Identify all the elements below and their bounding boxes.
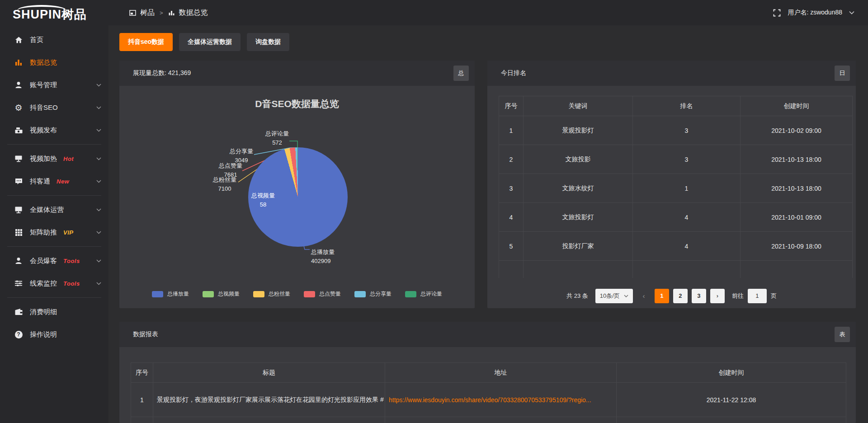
sidebar-item-label: 线索监控: [30, 279, 57, 288]
fullscreen-icon[interactable]: [773, 9, 781, 17]
monitor-icon: [14, 206, 24, 214]
goto-unit: 页: [771, 292, 777, 300]
hot-badge: Hot: [63, 155, 74, 162]
member-icon: [14, 257, 24, 265]
tab-media-operation-data[interactable]: 全媒体运营数据: [179, 33, 241, 51]
chevron-down-icon: [624, 295, 628, 297]
breadcrumb: 树品 > 数据总览: [129, 8, 208, 18]
wallet-icon: [14, 308, 24, 316]
ranking-title: 今日排名: [501, 69, 526, 77]
sidebar-item-member-burst[interactable]: 会员爆客 Tools: [0, 249, 108, 272]
impressions-total-label: 展现量总数: 421,369: [133, 69, 191, 77]
sidebar-item-video-heat[interactable]: 视频加热 Hot: [0, 147, 108, 170]
data-tabs: 抖音seo数据 全媒体运营数据 询盘数据: [119, 33, 856, 51]
pie-label-plays: 总播放量 402909: [311, 248, 361, 266]
sidebar-item-douketong[interactable]: 抖客通 New: [0, 170, 108, 193]
prev-page-button[interactable]: ‹: [637, 289, 651, 303]
sidebar-item-video-publish[interactable]: 视频发布: [0, 119, 108, 141]
tab-inquiry-data[interactable]: 询盘数据: [247, 33, 289, 51]
pie-label-videos: 总视频量 58: [246, 191, 280, 209]
chevron-down-icon: [96, 129, 101, 132]
legend-swatch: [354, 291, 366, 297]
sidebar-item-label: 操作说明: [30, 330, 57, 339]
total-view-button[interactable]: 总: [453, 66, 469, 81]
username[interactable]: 用户名: zswodun88: [788, 9, 842, 17]
bar-chart-icon: [14, 58, 24, 66]
sliders-icon: [14, 279, 24, 287]
col-index: 序号: [131, 363, 153, 383]
legend-item-plays[interactable]: 总播放量: [152, 290, 189, 298]
sidebar: 首页 数据总览 账号管理 ⚙ 抖音SEO: [0, 25, 108, 423]
legend-item-shares[interactable]: 总分享量: [354, 290, 392, 298]
total-count: 共 23 条: [566, 292, 588, 300]
legend-item-likes[interactable]: 总点赞量: [304, 290, 341, 298]
col-created: 创建时间: [741, 96, 853, 116]
legend-item-comments[interactable]: 总评论量: [405, 290, 442, 298]
sidebar-item-expense-detail[interactable]: 消费明细: [0, 301, 108, 323]
page-button-1[interactable]: 1: [655, 289, 669, 303]
sidebar-item-data-overview[interactable]: 数据总览: [0, 51, 108, 74]
video-link[interactable]: https://www.iesdouyin.com/share/video/70…: [389, 396, 591, 404]
seo-chart-panel: 展现量总数: 421,369 总 D音SEO数据量总览 总评论量: [119, 61, 475, 308]
sidebar-item-label: 抖音SEO: [30, 103, 58, 112]
col-created: 创建时间: [617, 363, 846, 383]
day-view-button[interactable]: 日: [835, 66, 850, 81]
sidebar-item-douyin-seo[interactable]: ⚙ 抖音SEO: [0, 96, 108, 119]
sidebar-item-label: 抖客通: [30, 177, 50, 186]
pagination: 共 23 条 10条/页 ‹ 1 2 3 › 前往 页: [487, 289, 856, 303]
chat-icon: [14, 177, 24, 186]
sidebar-divider: [7, 144, 101, 145]
report-title: 数据报表: [133, 330, 158, 338]
sidebar-item-label: 视频发布: [30, 126, 57, 135]
pie-label-fans: 总粉丝量 7100: [208, 175, 241, 193]
sidebar-item-lead-monitor[interactable]: 线索监控 Tools: [0, 272, 108, 295]
legend-item-fans[interactable]: 总粉丝量: [253, 290, 290, 298]
sidebar-item-media-operation[interactable]: 全媒体运营: [0, 198, 108, 221]
col-url: 地址: [385, 363, 617, 383]
tab-douyin-seo-data[interactable]: 抖音seo数据: [119, 33, 173, 51]
data-report-panel: 数据报表 表 序号 标题 地址 创建时间 1 景观投影灯，夜游景观投影灯厂家展示…: [119, 322, 856, 423]
sidebar-item-account[interactable]: 账号管理: [0, 74, 108, 96]
sidebar-item-label: 全媒体运营: [30, 206, 64, 214]
sidebar-item-home[interactable]: 首页: [0, 28, 108, 51]
question-icon: ?: [14, 331, 24, 338]
sidebar-item-matrix-boost[interactable]: 矩阵助推 VIP: [0, 221, 108, 244]
sidebar-item-label: 消费明细: [30, 308, 57, 316]
table-header-row: 序号 关键词 排名 创建时间: [499, 96, 853, 116]
chevron-down-icon[interactable]: [849, 11, 854, 14]
table-row: 5 投影灯厂家 4 2021-10-09 18:00: [499, 232, 853, 261]
ranking-panel-header: 今日排名 日: [487, 61, 856, 86]
page-button-2[interactable]: 2: [673, 289, 688, 303]
topbar-right: 用户名: zswodun88: [773, 9, 854, 17]
chart-legend: 总播放量 总视频量 总粉丝量 总点赞量 总分享量 总评论量: [119, 290, 475, 298]
sidebar-item-label: 首页: [30, 36, 43, 44]
breadcrumb-root[interactable]: 树品: [140, 8, 155, 18]
table-row: 1 景观投影灯 3 2021-10-02 09:00: [499, 116, 853, 145]
topbar: SHUPIN树品 树品 > 数据总览 用户名: zswodun88: [0, 0, 868, 25]
next-page-button[interactable]: ›: [710, 289, 725, 303]
screen-icon: [14, 155, 24, 163]
chevron-down-icon: [96, 106, 101, 109]
page-size-select[interactable]: 10条/页: [595, 289, 633, 303]
page-button-3[interactable]: 3: [692, 289, 706, 303]
chevron-down-icon: [96, 208, 101, 212]
report-table: 序号 标题 地址 创建时间 1 景观投影灯，夜游景观投影灯厂家展示展示落花灯在花…: [131, 362, 846, 423]
col-index: 序号: [499, 96, 524, 116]
sidebar-item-label: 矩阵助推: [30, 228, 57, 237]
table-row: 2 文旅投影 3 2021-10-13 18:00: [499, 145, 853, 174]
tools-badge: Tools: [63, 280, 80, 287]
app-window: SHUPIN树品 树品 > 数据总览 用户名: zswodun88: [0, 0, 868, 423]
col-keyword: 关键词: [524, 96, 633, 116]
legend-item-videos[interactable]: 总视频量: [203, 290, 240, 298]
col-rank: 排名: [633, 96, 741, 116]
new-badge: New: [57, 178, 69, 185]
legend-swatch: [304, 291, 315, 297]
pie-chart-area: D音SEO数据量总览 总评论量 572 总分享量: [119, 86, 475, 308]
breadcrumb-separator: >: [160, 9, 163, 16]
legend-swatch: [405, 291, 416, 297]
sidebar-item-instructions[interactable]: ? 操作说明: [0, 323, 108, 346]
table-view-button[interactable]: 表: [835, 327, 850, 342]
goto-page-input[interactable]: [748, 289, 767, 303]
main-content: 抖音seo数据 全媒体运营数据 询盘数据 展现量总数: 421,369 总 D音…: [108, 25, 868, 423]
user-icon: [14, 81, 24, 89]
